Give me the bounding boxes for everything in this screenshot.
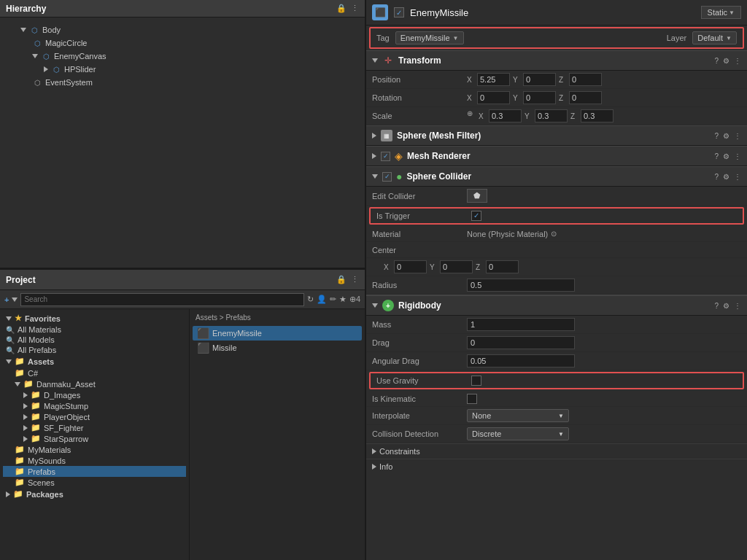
rotation-y-input[interactable] [523, 91, 556, 104]
tree-all-prefabs[interactable]: 🔍 All Prefabs [3, 345, 186, 355]
angular-drag-row: Angular Drag [366, 352, 747, 370]
tree-scenes[interactable]: 📁 Scenes [3, 477, 186, 488]
meshrenderer-enabled-checkbox[interactable]: ✓ [381, 152, 390, 161]
tree-danmaku[interactable]: 📁 Danmaku_Asset [3, 378, 186, 389]
meshrenderer-settings-icon[interactable]: ⚙ [723, 152, 729, 160]
hierarchy-item-magiccircle[interactable]: ⬡ MagicCircle [6, 36, 359, 50]
tree-dimages[interactable]: 📁 D_Images [3, 389, 186, 400]
gameobj-enabled-checkbox[interactable]: ✓ [394, 7, 404, 18]
center-label-row: Center [366, 242, 747, 258]
hierarchy-item-hpslider[interactable]: ⬡ HPSlider [6, 63, 359, 76]
transform-help-icon[interactable]: ? [714, 57, 719, 65]
sphere-collider-header[interactable]: ✓ ● Sphere Collider ? ⚙ ⋮ [366, 166, 747, 187]
rigidbody-settings-icon[interactable]: ⚙ [723, 302, 729, 310]
rigidbody-more-icon[interactable]: ⋮ [734, 302, 741, 310]
layer-dropdown[interactable]: Default ▼ [692, 31, 737, 44]
position-y-input[interactable] [523, 73, 556, 86]
project-more-icon[interactable]: ⋮ [351, 275, 359, 284]
mesh-filter-header[interactable]: ▦ Sphere (Mesh Filter) ? ⚙ ⋮ [366, 125, 747, 146]
spherecollider-help-icon[interactable]: ? [714, 173, 719, 181]
drag-input[interactable] [467, 336, 575, 349]
spherecollider-settings-icon[interactable]: ⚙ [723, 173, 729, 181]
add-button[interactable]: + [4, 295, 18, 304]
material-select-icon[interactable]: ⊙ [551, 230, 557, 238]
file-missile[interactable]: ⬛ Missile [193, 341, 362, 355]
tree-all-models[interactable]: 🔍 All Models [3, 335, 186, 345]
tree-sffighter[interactable]: 📁 SF_Fighter [3, 422, 186, 433]
project-search-input[interactable] [20, 293, 303, 306]
y-label: Y [513, 76, 522, 84]
spherecollider-enabled-checkbox[interactable]: ✓ [382, 172, 392, 182]
info-row[interactable]: Info [366, 459, 747, 474]
static-button[interactable]: Static ▼ [701, 6, 741, 19]
tree-starsparrow[interactable]: 📁 StarSparrow [3, 433, 186, 444]
edit-collider-button[interactable]: ⬟ [467, 189, 487, 203]
rotation-z-input[interactable] [569, 91, 602, 104]
center-y-input[interactable] [440, 260, 473, 273]
project-lock-icon[interactable]: 🔒 [336, 275, 347, 284]
use-gravity-checkbox[interactable] [471, 376, 481, 386]
rigidbody-header[interactable]: + Rigidbody ? ⚙ ⋮ [366, 295, 747, 316]
hierarchy-item-eventsystem[interactable]: ⬡ EventSystem [6, 76, 359, 89]
rigidbody-help-icon[interactable]: ? [714, 302, 719, 310]
rotation-x-input[interactable] [477, 91, 510, 104]
tree-prefabs[interactable]: 📁 Prefabs [3, 466, 186, 477]
position-z-input[interactable] [569, 73, 602, 86]
lock-icon[interactable]: 🔒 [336, 4, 347, 13]
layer-dropdown-icon: ▼ [726, 35, 732, 42]
transform-settings-icon[interactable]: ⚙ [723, 57, 729, 65]
gameobject-header: ⬛ ✓ EnemyMissile Static ▼ [366, 0, 747, 26]
gameobj-icon: ⬛ [372, 4, 388, 20]
scale-row: Scale ⊕ X Y Z [366, 107, 747, 125]
transform-more-icon[interactable]: ⋮ [734, 57, 741, 65]
tree-magicstump[interactable]: 📁 MagicStump [3, 400, 186, 411]
more-icon[interactable]: ⋮ [351, 4, 359, 13]
refresh-icon[interactable]: ↻ [307, 295, 314, 304]
tree-mysounds[interactable]: 📁 MySounds [3, 455, 186, 466]
folder-dimages-icon: 📁 [31, 390, 41, 400]
mass-input[interactable] [467, 318, 575, 331]
constraints-row[interactable]: Constraints [366, 443, 747, 459]
meshfilter-more-icon[interactable]: ⋮ [734, 132, 741, 140]
meshrenderer-help-icon[interactable]: ? [714, 152, 719, 160]
favorites-section[interactable]: ★ Favorites [3, 312, 186, 324]
meshfilter-help-icon[interactable]: ? [714, 132, 719, 140]
mass-label: Mass [372, 320, 467, 329]
file-enemymissile-label: EnemyMissile [212, 329, 262, 338]
position-x-input[interactable] [477, 73, 510, 86]
hierarchy-item-body[interactable]: ⬡ Body [6, 23, 359, 36]
tree-all-materials[interactable]: 🔍 All Materials [3, 324, 186, 335]
scale-x-input[interactable] [489, 109, 522, 122]
packages-section[interactable]: 📁 Packages [3, 488, 186, 500]
scale-y-input[interactable] [535, 109, 568, 122]
tree-mymaterials[interactable]: 📁 MyMaterials [3, 444, 186, 455]
assets-section[interactable]: 📁 Assets [3, 355, 186, 368]
transform-header[interactable]: ✛ Transform ? ⚙ ⋮ [366, 50, 747, 71]
hierarchy-item-enemycanvas[interactable]: ⬡ EnemyCanvas [6, 50, 359, 63]
radius-input[interactable] [467, 279, 575, 292]
packages-label: Packages [26, 490, 63, 499]
center-z-input[interactable] [486, 260, 519, 273]
tree-csharp[interactable]: 📁 C# [3, 368, 186, 378]
is-kinematic-row: Is Kinematic [366, 391, 747, 407]
mass-row: Mass [366, 316, 747, 334]
meshrenderer-more-icon[interactable]: ⋮ [734, 152, 741, 160]
z-label: Z [559, 76, 568, 84]
mesh-renderer-header[interactable]: ✓ ◈ Mesh Renderer ? ⚙ ⋮ [366, 146, 747, 166]
tree-playerobject[interactable]: 📁 PlayerObject [3, 411, 186, 422]
rx-label: X [467, 94, 476, 102]
interpolate-dropdown[interactable]: None ▼ [467, 409, 569, 422]
is-trigger-checkbox[interactable] [471, 211, 481, 221]
tag-dropdown[interactable]: EnemyMissile ▼ [395, 31, 464, 44]
packages-expand-icon [6, 491, 10, 497]
center-x-input[interactable] [394, 260, 427, 273]
meshfilter-settings-icon[interactable]: ⚙ [723, 132, 729, 140]
scale-z-input[interactable] [581, 109, 614, 122]
collision-detection-dropdown[interactable]: Discrete ▼ [467, 427, 569, 440]
spherecollider-more-icon[interactable]: ⋮ [734, 173, 741, 181]
file-enemymissile[interactable]: ⬛ EnemyMissile [193, 326, 362, 341]
is-kinematic-checkbox[interactable] [467, 394, 477, 404]
angular-drag-input[interactable] [467, 354, 575, 368]
scale-link-icon: ⊕ [467, 109, 473, 122]
hierarchy-item-body-label: Body [42, 26, 61, 34]
